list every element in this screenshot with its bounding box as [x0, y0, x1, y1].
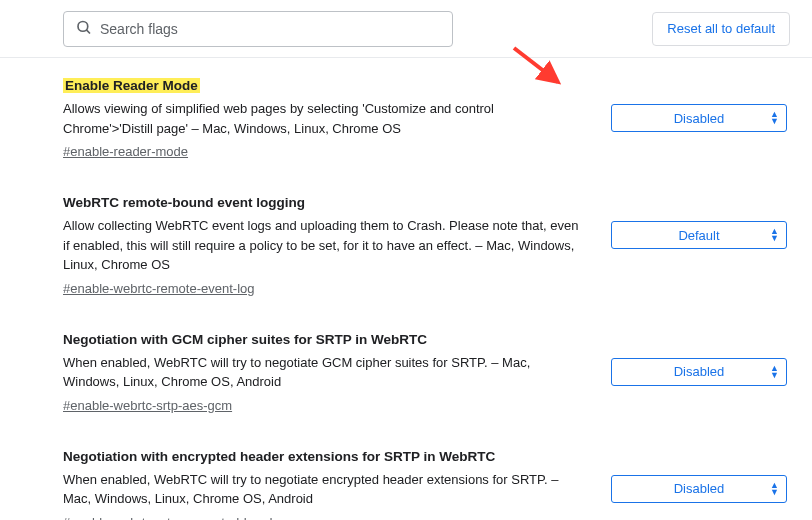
svg-line-1 — [86, 29, 90, 33]
flag-title: WebRTC remote-bound event logging — [63, 195, 305, 210]
search-wrap — [63, 11, 453, 47]
flag-state-select[interactable]: Disabled — [611, 358, 787, 386]
top-bar: Reset all to default — [0, 0, 812, 58]
reset-all-button[interactable]: Reset all to default — [652, 12, 790, 46]
flags-list: Enable Reader Mode Allows viewing of sim… — [0, 58, 812, 520]
flag-state-select[interactable]: Disabled — [611, 104, 787, 132]
flag-state-select[interactable]: Disabled — [611, 475, 787, 503]
flag-row: WebRTC remote-bound event logging Allow … — [63, 195, 790, 296]
flag-title: Negotiation with encrypted header extens… — [63, 449, 495, 464]
flag-title: Negotiation with GCM cipher suites for S… — [63, 332, 427, 347]
flag-hash-link[interactable]: #enable-webrtc-srtp-aes-gcm — [63, 398, 232, 413]
flag-row: Enable Reader Mode Allows viewing of sim… — [63, 78, 790, 159]
flag-hash-link[interactable]: #enable-webrtc-remote-event-log — [63, 281, 254, 296]
search-icon — [75, 18, 93, 39]
flag-description: When enabled, WebRTC will try to negotia… — [63, 353, 581, 392]
flag-title: Enable Reader Mode — [63, 78, 200, 93]
svg-point-0 — [78, 21, 88, 31]
search-input[interactable] — [63, 11, 453, 47]
flag-state-select[interactable]: Default — [611, 221, 787, 249]
flag-description: When enabled, WebRTC will try to negotia… — [63, 470, 581, 509]
flag-row: Negotiation with GCM cipher suites for S… — [63, 332, 790, 413]
flag-description: Allows viewing of simplified web pages b… — [63, 99, 581, 138]
flag-hash-link[interactable]: #enable-webrtc-srtp-encrypted-headers — [63, 515, 291, 521]
flag-row: Negotiation with encrypted header extens… — [63, 449, 790, 521]
flag-hash-link[interactable]: #enable-reader-mode — [63, 144, 188, 159]
flag-description: Allow collecting WebRTC event logs and u… — [63, 216, 581, 275]
